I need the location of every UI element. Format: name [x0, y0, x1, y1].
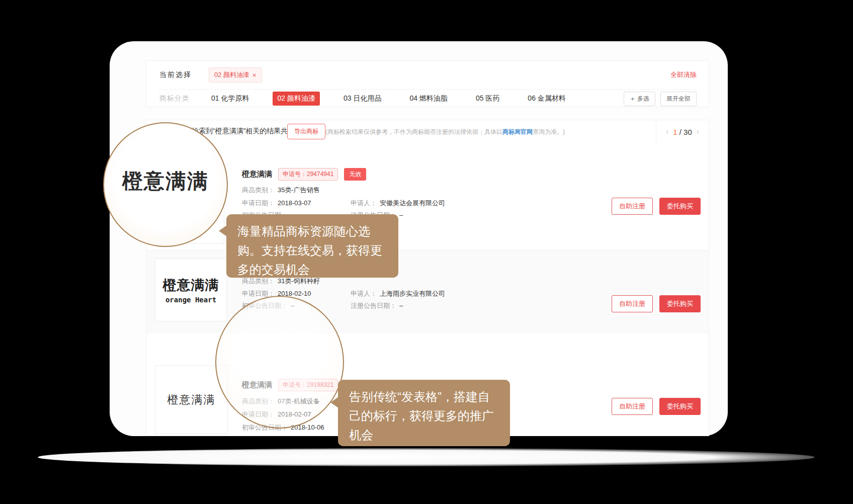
screenshot-stage: 当前选择 02 颜料油漆 × 全部清除 商标分类 01 化学原料 02 颜料油漆… — [0, 0, 853, 504]
trademark-image-2: 橙意满满 orange Heart — [155, 259, 227, 321]
current-selection-label: 当前选择 — [159, 70, 192, 79]
trademark-image-2-text: 橙意满满 — [163, 276, 219, 294]
trademark-office-link[interactable]: 商标局官网 — [502, 128, 533, 135]
category-item-05[interactable]: 05 医药 — [471, 92, 504, 106]
category-item-02-selected[interactable]: 02 颜料油漆 — [273, 92, 319, 106]
magnifier-lens-1: 橙意满满 — [103, 122, 228, 247]
result-1-title-line: 橙意满满 申请号：29474941 无效 — [242, 168, 366, 181]
result-3-actions: 自助注册 委托购买 — [612, 398, 701, 415]
applicant-label: 申请人： — [351, 290, 377, 297]
category-item-06[interactable]: 06 金属材料 — [523, 92, 570, 106]
expand-all-button[interactable]: 展开全部 — [660, 92, 697, 106]
app-no-label: 申请号： — [283, 171, 307, 178]
result-2-regpub: 注册公告日期：– — [351, 301, 403, 310]
category-row: 商标分类 01 化学原料 02 颜料油漆 03 日化用品 04 燃料油脂 05 … — [159, 91, 697, 106]
selected-filter-tag-label: 02 颜料油漆 — [214, 70, 249, 79]
device-base-shadow — [38, 448, 815, 466]
trademark-image-2-subtext: orange Heart — [165, 296, 216, 304]
self-register-button[interactable]: 自助注册 — [612, 398, 653, 415]
commission-buy-button[interactable]: 委托购买 — [659, 198, 701, 215]
app-no-value: 29474941 — [307, 171, 333, 178]
self-register-button[interactable]: 自助注册 — [612, 198, 653, 215]
page-prev-icon[interactable]: ‹ — [666, 127, 668, 136]
multi-select-button[interactable]: ＋ 多选 — [624, 92, 655, 106]
result-1-applicant: 申请人：安徽美达会展有限公司 — [351, 199, 445, 208]
disclaimer-post: 查询为准。) — [533, 128, 565, 135]
apply-date-label: 申请日期： — [242, 199, 275, 207]
category-row-label: 商标分类 — [159, 94, 190, 103]
export-trademark-button[interactable]: 导出商标 — [287, 124, 325, 139]
result-1-date-line: 申请日期：2018-03-07 申请人：安徽美达会展有限公司 — [242, 199, 311, 208]
category-label: 商品类别： — [242, 186, 275, 194]
result-2-applicant: 申请人：上海雨步实业有限公司 — [351, 289, 445, 298]
results-header: 为您检索到“橙意满满”相关的结果共28 个 导出商标 (商标检索结果仅供参考，不… — [146, 120, 709, 144]
trademark-name[interactable]: 橙意满满 — [242, 170, 272, 179]
page-current: 1 — [673, 128, 677, 136]
pagination: ‹ 1 / 30 › — [656, 120, 709, 143]
page-sep: / — [679, 128, 681, 136]
tag-close-icon[interactable]: × — [252, 71, 257, 79]
magnified-trademark-text: 橙意满满 — [122, 167, 209, 195]
reg-pub-value: – — [399, 211, 403, 219]
tooltip-promotion-text: 告别传统“发表格”，搭建自己的标行，获得更多的推广机会 — [349, 390, 494, 442]
disclaimer-pre: (商标检索结果仅供参考，不作为商标能否注册的法律依据；具体以 — [325, 128, 502, 135]
category-item-01[interactable]: 01 化学原料 — [207, 92, 253, 106]
status-badge: 无效 — [344, 168, 366, 181]
tooltip-promotion: 告别传统“发表格”，搭建自己的标行，获得更多的推广机会 — [338, 380, 510, 446]
application-number-tag: 申请号：29474941 — [278, 168, 338, 181]
applicant-value: 安徽美达会展有限公司 — [380, 199, 445, 207]
applicant-label: 申请人： — [351, 199, 377, 207]
category-value: 35类-广告销售 — [278, 186, 320, 194]
reg-pub-label: 注册公告日期： — [351, 302, 396, 309]
commission-buy-button[interactable]: 委托购买 — [659, 295, 701, 312]
result-1-actions: 自助注册 委托购买 — [612, 198, 701, 215]
applicant-value: 上海雨步实业有限公司 — [380, 290, 445, 297]
filter-panel: 当前选择 02 颜料油漆 × 全部清除 商标分类 01 化学原料 02 颜料油漆… — [146, 60, 709, 107]
current-selection-row: 当前选择 02 颜料油漆 × 全部清除 — [159, 66, 697, 84]
apply-date-value: 2018-03-07 — [278, 199, 311, 207]
category-item-04[interactable]: 04 燃料油脂 — [405, 92, 452, 106]
trademark-image-3-text: 橙意满满 — [167, 392, 216, 407]
self-register-button[interactable]: 自助注册 — [612, 295, 653, 312]
clear-all-button[interactable]: 全部清除 — [670, 70, 697, 79]
tooltip-marketplace-text: 海量精品商标资源随心选购。支持在线交易，获得更多的交易机会 — [237, 224, 382, 276]
magnifier-lens-2 — [215, 296, 344, 429]
results-disclaimer: (商标检索结果仅供参考，不作为商标能否注册的法律依据；具体以商标局官网查询为准。… — [325, 128, 565, 136]
page-total: 30 — [684, 128, 692, 136]
reg-pub-value: – — [399, 302, 403, 309]
page-next-icon[interactable]: › — [697, 127, 699, 136]
result-1-category-line: 商品类别：35类-广告销售 — [242, 186, 320, 195]
category-item-03[interactable]: 03 日化用品 — [339, 92, 386, 106]
filter-divider — [159, 89, 697, 90]
result-2-actions: 自助注册 委托购买 — [612, 295, 701, 312]
tooltip-arrow-left-icon — [330, 397, 338, 408]
tooltip-arrow-left-icon — [219, 225, 227, 236]
category-actions: ＋ 多选 展开全部 — [619, 92, 697, 106]
selected-filter-tag[interactable]: 02 颜料油漆 × — [209, 67, 262, 82]
tooltip-marketplace: 海量精品商标资源随心选购。支持在线交易，获得更多的交易机会 — [226, 214, 398, 278]
commission-buy-button[interactable]: 委托购买 — [659, 398, 701, 415]
